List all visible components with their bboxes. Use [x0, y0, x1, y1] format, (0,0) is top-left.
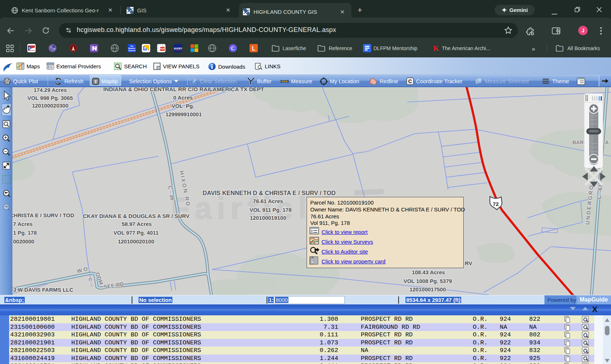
svg-text:174.29 Acres: 174.29 Acres — [33, 87, 67, 93]
svg-text:VOL 998 Pg. 3065: VOL 998 Pg. 3065 — [28, 95, 73, 101]
svg-text:DAVIS KENNETH D & CHRISTA E /: DAVIS KENNETH D & CHRISTA E / SURV / TOD — [203, 190, 336, 196]
svg-text:1 Pg. 178: 1 Pg. 178 — [13, 230, 37, 236]
svg-text:K: K — [433, 44, 439, 52]
svg-text:SEE RD: SEE RD — [102, 281, 124, 290]
svg-text:RV: RV — [465, 260, 472, 266]
svg-text:J W DAVIS FARMS LLC: J W DAVIS FARMS LLC — [13, 287, 73, 293]
svg-text:CHRISTA E / SURV / TOD: CHRISTA E / SURV / TOD — [10, 212, 74, 218]
svg-text:C: C — [231, 45, 235, 51]
svg-text:C -: C - — [87, 278, 94, 285]
svg-text:L: L — [252, 45, 256, 52]
svg-text:INDIANA & OHIO CENTRAL RR C/O: INDIANA & OHIO CENTRAL RR C/O RAILAMERIC… — [103, 87, 264, 92]
svg-text:0020000: 0020000 — [13, 238, 34, 244]
svg-text:108.43 Acres: 108.43 Acres — [412, 269, 445, 275]
svg-text:7 Acres: 7 Acres — [13, 221, 33, 227]
svg-text:VOL 1008 Pg. 5379: VOL 1008 Pg. 5379 — [403, 278, 452, 284]
svg-text:76.61 Acres: 76.61 Acres — [253, 198, 283, 204]
svg-text:120100020300: 120100020300 — [32, 102, 68, 109]
svg-text:AVERY: AVERY — [174, 47, 182, 50]
svg-text:CKAY DIANA E & DOUGLAS A SR /: CKAY DIANA E & DOUGLAS A SR / SURV — [83, 213, 189, 219]
svg-text:72: 72 — [493, 201, 499, 207]
svg-text:VOL 911 Pg. 178: VOL 911 Pg. 178 — [249, 207, 292, 213]
svg-text:T: T — [94, 78, 97, 84]
svg-text:PDF: PDF — [160, 48, 165, 50]
svg-text:129999910001: 129999910001 — [165, 111, 202, 117]
svg-text:120100019100: 120100019100 — [250, 215, 286, 221]
svg-text:120100020100: 120100020100 — [118, 238, 154, 244]
svg-text:Channel: Channel — [128, 49, 136, 52]
svg-text:VOL 977 Pg. 4011: VOL 977 Pg. 4011 — [113, 230, 159, 236]
svg-text:0 Acres: 0 Acres — [173, 94, 193, 101]
svg-text:C: C — [408, 78, 412, 84]
svg-text:120100017500: 120100017500 — [410, 286, 446, 292]
svg-text:58.97 Acres: 58.97 Acres — [122, 221, 152, 227]
svg-text:VOL Pg.: VOL Pg. — [172, 103, 195, 109]
